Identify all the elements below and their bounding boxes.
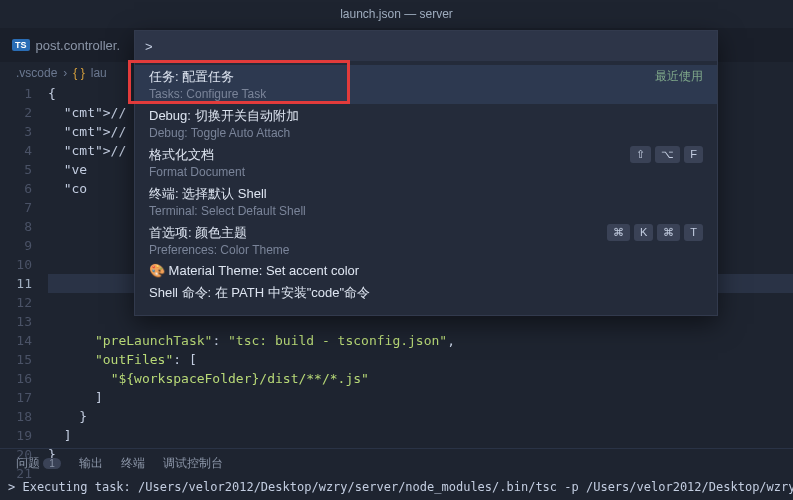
problems-count: 1 — [43, 458, 61, 469]
chevron-right-icon: › — [63, 66, 67, 80]
tab-debug-console[interactable]: 调试控制台 — [163, 455, 223, 472]
tab-output[interactable]: 输出 — [79, 455, 103, 472]
palette-item[interactable]: Shell 命令: 在 PATH 中安装"code"命令 — [135, 281, 717, 305]
palette-item[interactable]: 🎨 Material Theme: Set accent color — [135, 260, 717, 281]
tab-label: post.controller. — [36, 38, 121, 53]
palette-item[interactable]: 格式化文档Format Document⇧⌥F — [135, 143, 717, 182]
command-palette: 任务: 配置任务Tasks: Configure Task最近使用Debug: … — [134, 30, 718, 316]
palette-item[interactable]: 首选项: 颜色主题Preferences: Color Theme⌘K⌘T — [135, 221, 717, 260]
panel-tabs: 问题 1 输出 终端 调试控制台 — [0, 448, 793, 478]
breadcrumb-seg: .vscode — [16, 66, 57, 80]
window-title: launch.json — server — [0, 0, 793, 28]
palette-item[interactable]: Debug: 切换开关自动附加Debug: Toggle Auto Attach — [135, 104, 717, 143]
breadcrumb-seg: lau — [91, 66, 107, 80]
json-icon: { } — [73, 66, 84, 80]
tab-terminal[interactable]: 终端 — [121, 455, 145, 472]
palette-item[interactable]: 终端: 选择默认 ShellTerminal: Select Default S… — [135, 182, 717, 221]
terminal-output[interactable]: > Executing task: /Users/velor2012/Deskt… — [0, 478, 793, 500]
command-palette-list: 任务: 配置任务Tasks: Configure Task最近使用Debug: … — [135, 61, 717, 315]
line-gutter: 123456789101112131415161718192021 — [0, 84, 48, 483]
editor-tab[interactable]: TS post.controller. — [0, 28, 132, 62]
ts-icon: TS — [12, 39, 30, 51]
palette-item[interactable]: 任务: 配置任务Tasks: Configure Task最近使用 — [135, 65, 717, 104]
command-palette-input[interactable] — [135, 31, 717, 61]
tab-problems[interactable]: 问题 1 — [16, 455, 61, 472]
